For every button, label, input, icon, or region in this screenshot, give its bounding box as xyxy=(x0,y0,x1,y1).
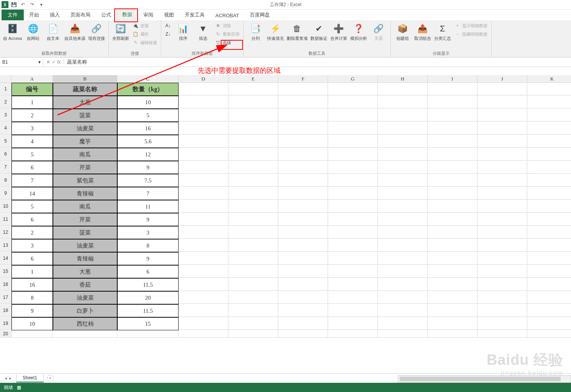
cell[interactable] xyxy=(428,109,477,121)
cell[interactable] xyxy=(228,265,278,278)
cell[interactable] xyxy=(477,161,527,174)
col-header-J[interactable]: J xyxy=(477,75,527,83)
cell[interactable]: 7 xyxy=(117,187,179,200)
col-header-B[interactable]: B xyxy=(53,75,117,83)
cell[interactable] xyxy=(527,304,571,317)
tab-insert[interactable]: 插入 xyxy=(44,10,65,20)
hide-detail-button[interactable]: −隐藏明细数据 xyxy=(453,30,489,38)
row-header-14[interactable]: 14 xyxy=(0,252,11,265)
cell[interactable] xyxy=(428,213,477,226)
cell[interactable] xyxy=(477,317,527,330)
worksheet-grid[interactable]: ABCDEFGHIJK 1编号蔬菜名称数量（kg）21大葱1032菠菜543油麦… xyxy=(0,75,571,374)
cell[interactable] xyxy=(477,291,527,304)
cell[interactable] xyxy=(278,252,328,265)
cell[interactable] xyxy=(527,135,571,148)
cell[interactable]: 9 xyxy=(11,304,53,317)
cell[interactable] xyxy=(179,200,228,213)
cell[interactable] xyxy=(228,135,278,148)
cell[interactable] xyxy=(179,109,228,121)
cell[interactable]: 16 xyxy=(117,122,179,135)
cell[interactable] xyxy=(378,122,428,134)
cell[interactable]: 11.5 xyxy=(117,304,179,317)
cell[interactable] xyxy=(278,304,328,317)
cell[interactable] xyxy=(378,135,428,148)
cell[interactable] xyxy=(278,161,328,174)
cell[interactable]: 菠菜 xyxy=(53,226,117,239)
tab-data[interactable]: 数据 xyxy=(116,9,138,20)
filter-button[interactable]: ▼ 筛选 xyxy=(194,22,213,42)
cell[interactable] xyxy=(228,122,278,134)
cell[interactable] xyxy=(328,148,378,161)
cell[interactable]: 9 xyxy=(117,252,179,265)
cell[interactable]: 20 xyxy=(117,291,179,304)
cell[interactable] xyxy=(278,96,328,108)
cell[interactable]: 7 xyxy=(11,174,53,187)
cell[interactable] xyxy=(328,83,378,95)
cell[interactable] xyxy=(328,239,378,252)
undo-button[interactable]: ↶ xyxy=(19,1,27,8)
cell[interactable]: 5.6 xyxy=(117,135,179,148)
cell[interactable] xyxy=(477,174,527,187)
cell[interactable]: 魔芋 xyxy=(53,135,117,148)
cell[interactable]: 编号 xyxy=(11,83,53,96)
cell[interactable] xyxy=(328,96,378,108)
cell[interactable]: 油麦菜 xyxy=(53,239,117,252)
cell[interactable] xyxy=(228,252,278,265)
reapply-button[interactable]: ↻重新应用 xyxy=(213,30,241,38)
row-header-18[interactable]: 18 xyxy=(0,304,11,317)
row-header-5[interactable]: 5 xyxy=(0,135,11,148)
cell[interactable] xyxy=(477,226,527,239)
cell[interactable] xyxy=(428,278,477,291)
cell[interactable] xyxy=(179,187,228,200)
cell[interactable] xyxy=(179,148,228,161)
cell[interactable] xyxy=(428,187,477,200)
cell[interactable] xyxy=(179,265,228,278)
row-header-20[interactable]: 20 xyxy=(0,330,11,338)
row-header-9[interactable]: 9 xyxy=(0,187,11,200)
formula-input[interactable]: 蔬菜名称 xyxy=(64,58,571,66)
cell[interactable] xyxy=(179,174,228,187)
cell[interactable]: 6 xyxy=(117,265,179,278)
cell[interactable]: 9 xyxy=(117,213,179,226)
col-header-H[interactable]: H xyxy=(378,75,428,83)
cell[interactable] xyxy=(527,291,571,304)
cell[interactable] xyxy=(527,161,571,174)
cell[interactable] xyxy=(278,135,328,148)
cell[interactable] xyxy=(328,304,378,317)
cell[interactable] xyxy=(179,317,228,330)
row-header-15[interactable]: 15 xyxy=(0,265,11,278)
row-header-2[interactable]: 2 xyxy=(0,96,11,108)
remove-dup-button[interactable]: 🗑删除重复项 xyxy=(286,22,308,42)
cell[interactable] xyxy=(527,278,571,291)
clear-filter-button[interactable]: ✖清除 xyxy=(213,22,241,30)
cell[interactable] xyxy=(278,148,328,161)
sheet-nav[interactable]: ◂▸ xyxy=(0,375,16,382)
save-button[interactable]: 💾 xyxy=(10,1,18,8)
cell[interactable] xyxy=(278,187,328,200)
cell[interactable]: 香菇 xyxy=(53,278,117,291)
cell[interactable] xyxy=(228,239,278,252)
cell[interactable]: 2 xyxy=(11,226,53,239)
show-detail-button[interactable]: +显示明细数据 xyxy=(453,22,489,30)
cell[interactable] xyxy=(278,239,328,252)
cell[interactable]: 3 xyxy=(11,122,53,135)
cell[interactable] xyxy=(228,226,278,239)
confirm-icon[interactable]: ✓ xyxy=(52,59,56,65)
cell[interactable] xyxy=(179,252,228,265)
horizontal-scrollbar[interactable] xyxy=(398,375,571,383)
cell[interactable] xyxy=(328,252,378,265)
cell[interactable] xyxy=(378,174,428,187)
tab-acrobat[interactable]: ACROBAT xyxy=(210,11,244,20)
cell[interactable] xyxy=(328,317,378,330)
cell[interactable] xyxy=(328,278,378,291)
cell[interactable] xyxy=(428,291,477,304)
cell[interactable] xyxy=(278,291,328,304)
cell[interactable]: 6 xyxy=(11,161,53,174)
cell[interactable] xyxy=(278,213,328,226)
cell[interactable] xyxy=(278,109,328,121)
cell[interactable] xyxy=(428,252,477,265)
cell[interactable]: 数量（kg） xyxy=(117,83,179,96)
row-header-17[interactable]: 17 xyxy=(0,291,11,304)
row-header-10[interactable]: 10 xyxy=(0,200,11,213)
cell[interactable]: 西红柿 xyxy=(53,317,117,330)
